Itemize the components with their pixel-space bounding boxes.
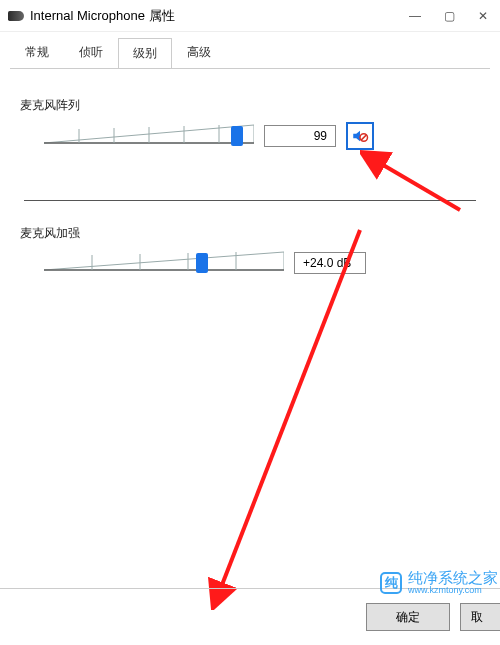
section-divider [24,200,476,201]
tab-strip: 常规 侦听 级别 高级 [0,36,500,68]
tab-levels[interactable]: 级别 [118,38,172,68]
mic-boost-value: +24.0 dB [294,252,366,274]
tab-general[interactable]: 常规 [10,37,64,67]
watermark-title: 纯净系统之家 [408,570,498,585]
mic-boost-slider[interactable] [44,250,284,276]
mic-array-label: 麦克风阵列 [20,97,480,114]
watermark-badge: 纯 [380,572,402,594]
section-mic-boost: 麦克风加强 +24.0 dB [20,225,480,292]
svg-marker-9 [44,252,284,270]
mic-array-value: 99 [264,125,336,147]
mic-boost-slider-thumb[interactable] [196,253,208,273]
speaker-muted-icon [351,127,369,145]
minimize-button[interactable]: — [398,0,432,32]
tab-listen[interactable]: 侦听 [64,37,118,67]
mic-array-mute-button[interactable] [346,122,374,150]
mic-boost-label: 麦克风加强 [20,225,480,242]
cancel-button[interactable]: 取 [460,603,500,631]
maximize-button[interactable]: ▢ [432,0,466,32]
title-bar: Internal Microphone 属性 — ▢ ✕ [0,0,500,32]
svg-line-8 [361,135,366,140]
ok-button[interactable]: 确定 [366,603,450,631]
watermark: 纯 纯净系统之家 www.kzmtony.com [380,570,498,595]
microphone-app-icon [8,11,24,21]
watermark-url: www.kzmtony.com [408,585,498,595]
tab-advanced[interactable]: 高级 [172,37,226,67]
mic-array-slider[interactable] [44,123,254,149]
section-mic-array: 麦克风阵列 [20,97,480,166]
tab-content-levels: 麦克风阵列 [0,69,500,292]
close-button[interactable]: ✕ [466,0,500,32]
window-controls: — ▢ ✕ [398,0,500,32]
window-title: Internal Microphone 属性 [30,7,175,25]
mic-array-slider-thumb[interactable] [231,126,243,146]
